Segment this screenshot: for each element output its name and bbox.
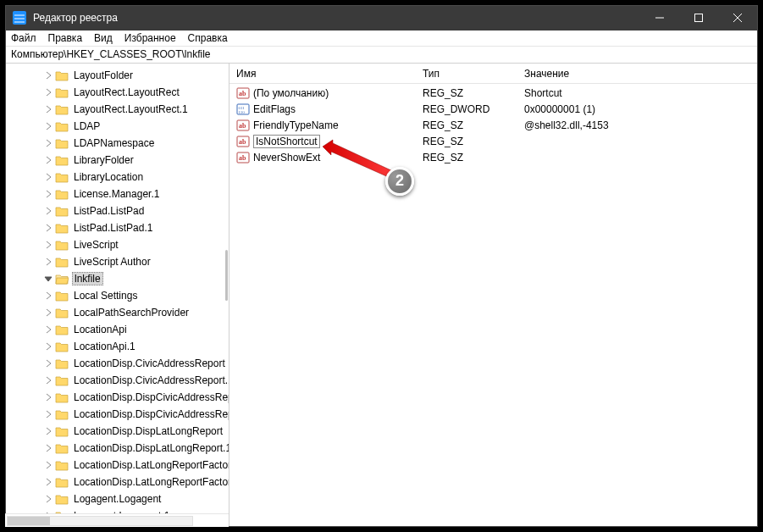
tree-item[interactable]: LocationDisp.DispLatLongReport.1 bbox=[6, 440, 229, 457]
reg-string-icon bbox=[236, 135, 250, 148]
title-bar[interactable]: Редактор реестра bbox=[6, 6, 757, 30]
tree-item-label: License.Manager.1 bbox=[72, 188, 161, 200]
chevron-right-icon[interactable] bbox=[43, 409, 53, 419]
tree-item-label: Logagent.Logagent bbox=[72, 493, 163, 505]
tree-item[interactable]: LDAPNamespace bbox=[6, 135, 229, 152]
menu-help[interactable]: Справка bbox=[188, 32, 228, 44]
tree-item[interactable]: Logagent.Logagent bbox=[6, 490, 229, 507]
chevron-right-icon[interactable] bbox=[43, 460, 53, 470]
values-list[interactable]: (По умолчанию)REG_SZShortcutEditFlagsREG… bbox=[229, 84, 757, 526]
value-data: 0x00000001 (1) bbox=[517, 103, 757, 115]
tree-item[interactable]: LocationDisp.LatLongReportFactory.1 bbox=[6, 474, 229, 490]
column-type[interactable]: Тип bbox=[416, 68, 517, 80]
chevron-down-icon[interactable] bbox=[43, 274, 53, 284]
tree-scrollbar[interactable] bbox=[225, 250, 228, 301]
tree-item[interactable]: LocationDisp.DispCivicAddressReport.1 bbox=[6, 406, 229, 423]
maximize-button[interactable] bbox=[679, 6, 718, 30]
chevron-right-icon[interactable] bbox=[43, 477, 53, 487]
chevron-right-icon[interactable] bbox=[43, 87, 53, 97]
tree-item[interactable]: LiveScript Author bbox=[6, 253, 229, 270]
value-name: FriendlyTypeName bbox=[253, 119, 339, 131]
menu-file[interactable]: Файл bbox=[11, 32, 36, 44]
folder-icon bbox=[55, 273, 69, 285]
value-row[interactable]: NeverShowExtREG_SZ bbox=[229, 150, 757, 166]
chevron-right-icon[interactable] bbox=[43, 206, 53, 216]
value-name[interactable]: IsNotShortcut bbox=[253, 135, 320, 148]
chevron-right-icon[interactable] bbox=[43, 392, 53, 402]
folder-icon bbox=[55, 290, 69, 302]
registry-editor-window: Редактор реестра Файл Правка Вид Избранн… bbox=[5, 5, 758, 527]
value-row[interactable]: EditFlagsREG_DWORD0x00000001 (1) bbox=[229, 102, 757, 118]
value-row[interactable]: IsNotShortcutREG_SZ bbox=[229, 134, 757, 150]
chevron-right-icon[interactable] bbox=[43, 240, 53, 250]
tree-pane[interactable]: LayoutFolderLayoutRect.LayoutRectLayoutR… bbox=[6, 64, 229, 526]
chevron-right-icon[interactable] bbox=[43, 443, 53, 453]
folder-icon bbox=[55, 324, 69, 335]
tree-item[interactable]: LDAP bbox=[6, 118, 229, 135]
address-bar[interactable]: Компьютер\HKEY_CLASSES_ROOT\lnkfile bbox=[6, 47, 757, 63]
chevron-right-icon[interactable] bbox=[43, 291, 53, 301]
minimize-button[interactable] bbox=[640, 6, 679, 30]
tree-item[interactable]: LibraryLocation bbox=[6, 169, 229, 186]
tree-item[interactable]: LocationDisp.DispLatLongReport bbox=[6, 423, 229, 440]
tree-item-label: LocalPathSearchProvider bbox=[72, 307, 191, 319]
tree-item[interactable]: LayoutRect.LayoutRect bbox=[6, 84, 229, 101]
chevron-right-icon[interactable] bbox=[43, 375, 53, 385]
folder-icon bbox=[55, 493, 69, 505]
chevron-right-icon[interactable] bbox=[43, 494, 53, 504]
folder-icon bbox=[55, 188, 69, 200]
column-value[interactable]: Значение bbox=[517, 68, 757, 80]
menu-favorites[interactable]: Избранное bbox=[124, 32, 176, 44]
tree-item[interactable]: LiveScript bbox=[6, 236, 229, 253]
tree-item[interactable]: ListPad.ListPad.1 bbox=[6, 219, 229, 236]
chevron-right-icon[interactable] bbox=[43, 189, 53, 199]
tree-item[interactable]: LibraryFolder bbox=[6, 152, 229, 169]
tree-item[interactable]: LayoutRect.LayoutRect.1 bbox=[6, 101, 229, 118]
column-name[interactable]: Имя bbox=[229, 68, 416, 80]
chevron-right-icon[interactable] bbox=[43, 341, 53, 352]
chevron-right-icon[interactable] bbox=[43, 70, 53, 80]
chevron-right-icon[interactable] bbox=[43, 308, 53, 318]
column-headers[interactable]: Имя Тип Значение bbox=[229, 64, 757, 84]
tree-item[interactable]: LocationDisp.CivicAddressReport bbox=[6, 355, 229, 372]
value-row[interactable]: (По умолчанию)REG_SZShortcut bbox=[229, 86, 757, 102]
value-data: Shortcut bbox=[517, 87, 757, 99]
chevron-right-icon[interactable] bbox=[43, 324, 53, 335]
tree-horizontal-scrollbar[interactable] bbox=[5, 513, 229, 527]
chevron-right-icon[interactable] bbox=[43, 172, 53, 182]
annotation-step-badge: 2 bbox=[385, 167, 414, 196]
tree-item[interactable]: LocationDisp.CivicAddressReport.1 bbox=[6, 372, 229, 389]
folder-icon bbox=[55, 69, 69, 81]
value-type: REG_DWORD bbox=[416, 103, 517, 115]
tree-item[interactable]: LocationApi bbox=[6, 321, 229, 338]
svg-rect-1 bbox=[695, 14, 703, 22]
tree-item[interactable]: License.Manager.1 bbox=[6, 186, 229, 202]
tree-item[interactable]: LayoutFolder bbox=[6, 67, 229, 84]
tree-item[interactable]: lnkfile bbox=[6, 270, 229, 287]
menu-edit[interactable]: Правка bbox=[48, 32, 83, 44]
value-type: REG_SZ bbox=[416, 87, 517, 99]
chevron-right-icon[interactable] bbox=[43, 121, 53, 131]
chevron-right-icon[interactable] bbox=[43, 426, 53, 436]
value-row[interactable]: FriendlyTypeNameREG_SZ@shell32.dll,-4153 bbox=[229, 118, 757, 134]
tree-item[interactable]: ListPad.ListPad bbox=[6, 202, 229, 219]
chevron-right-icon[interactable] bbox=[43, 138, 53, 148]
chevron-right-icon[interactable] bbox=[43, 223, 53, 233]
chevron-right-icon[interactable] bbox=[43, 155, 53, 165]
chevron-right-icon[interactable] bbox=[43, 358, 53, 369]
menu-view[interactable]: Вид bbox=[94, 32, 113, 44]
tree-item-label: LayoutRect.LayoutRect bbox=[72, 86, 181, 98]
tree-item-label: LocationDisp.CivicAddressReport bbox=[72, 357, 227, 369]
folder-icon bbox=[55, 205, 69, 217]
chevron-right-icon[interactable] bbox=[43, 104, 53, 114]
chevron-right-icon[interactable] bbox=[43, 257, 53, 267]
tree-item[interactable]: LocalPathSearchProvider bbox=[6, 304, 229, 321]
tree-item[interactable]: LocationApi.1 bbox=[6, 338, 229, 355]
tree-item[interactable]: LocationDisp.DispCivicAddressReport bbox=[6, 389, 229, 406]
folder-icon bbox=[55, 154, 69, 166]
close-button[interactable] bbox=[718, 6, 757, 30]
tree-item[interactable]: Local Settings bbox=[6, 287, 229, 304]
tree-item-label: LayoutFolder bbox=[72, 69, 135, 81]
tree-item[interactable]: LocationDisp.LatLongReportFactory bbox=[6, 457, 229, 474]
folder-icon bbox=[55, 459, 69, 471]
